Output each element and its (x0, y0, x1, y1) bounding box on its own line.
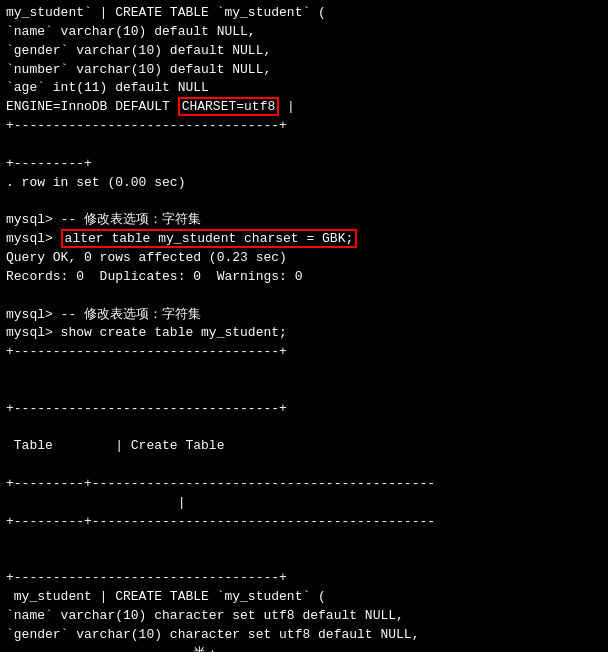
line-query-ok: Query OK, 0 rows affected (0.23 sec) (6, 249, 602, 268)
divider-4: +----------------------------------+ (6, 400, 602, 419)
line-comment-charset: mysql> -- 修改表选项：字符集 (6, 211, 602, 230)
blank-9 (6, 550, 602, 569)
line-gender-col: `gender` varchar(10) default NULL, (6, 42, 602, 61)
line-alter-charset: mysql> alter table my_student charset = … (6, 230, 602, 249)
line-show-create: mysql> show create table my_student; (6, 324, 602, 343)
line-number-col: `number` varchar(10) default NULL, (6, 61, 602, 80)
line-table-header: Table | Create Table (6, 437, 602, 456)
divider-7: +----------------------------------+ (6, 569, 602, 588)
line-records: Records: 0 Duplicates: 0 Warnings: 0 (6, 268, 602, 287)
divider-5: +---------+-----------------------------… (6, 475, 602, 494)
line-row-count: . row in set (0.00 sec) (6, 174, 602, 193)
line-comment-charset2: mysql> -- 修改表选项：字符集 (6, 306, 602, 325)
blank-2 (6, 192, 602, 211)
line-pipe: | (6, 494, 602, 513)
line-engine-utf8: ENGINE=InnoDB DEFAULT CHARSET=utf8 | (6, 98, 602, 117)
blank-4 (6, 362, 602, 381)
blank-6 (6, 419, 602, 438)
charset-utf8-highlight: CHARSET=utf8 (178, 97, 280, 116)
blank-7 (6, 456, 602, 475)
line-name-charset: `name` varchar(10) character set utf8 de… (6, 607, 602, 626)
alter-table-highlight: alter table my_student charset = GBK; (61, 229, 358, 248)
line-my-student: my_student | CREATE TABLE `my_student` ( (6, 588, 602, 607)
blank-8 (6, 532, 602, 551)
line-age-col: `age` int(11) default NULL (6, 79, 602, 98)
divider-6: +---------+-----------------------------… (6, 513, 602, 532)
blank-5 (6, 381, 602, 400)
blank-1 (6, 136, 602, 155)
divider-3: +----------------------------------+ (6, 343, 602, 362)
line-name-col: `name` varchar(10) default NULL, (6, 23, 602, 42)
divider-1: +----------------------------------+ (6, 117, 602, 136)
line-create-table: my_student` | CREATE TABLE `my_student` … (6, 4, 602, 23)
line-gender-charset: `gender` varchar(10) character set utf8 … (6, 626, 602, 645)
terminal-window: my_student` | CREATE TABLE `my_student` … (0, 0, 608, 652)
line-half: 半： (6, 645, 602, 652)
divider-2: +---------+ (6, 155, 602, 174)
blank-3 (6, 287, 602, 306)
